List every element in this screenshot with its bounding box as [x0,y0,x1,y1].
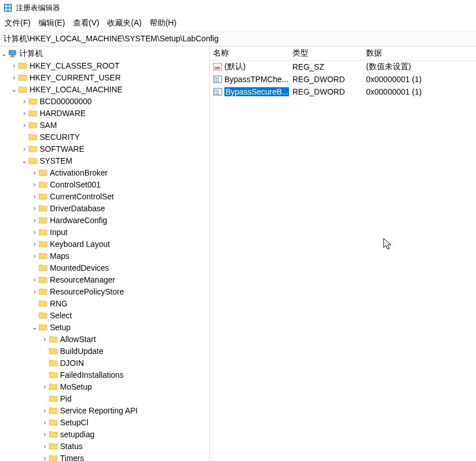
column-header-data[interactable]: 数据 [363,48,476,58]
expand-toggle[interactable]: ⌄ [0,50,8,58]
tree-node-activationbroker[interactable]: ›ActivationBroker [31,167,209,178]
tree-node-maps[interactable]: ›Maps [31,250,209,262]
expand-toggle[interactable]: › [41,335,49,343]
tree-node-controlset001[interactable]: ›ControlSet001 [31,178,209,190]
value-type: REG_DWORD [289,87,363,96]
expand-toggle[interactable]: › [31,288,39,296]
expand-toggle[interactable]: › [41,442,49,450]
expand-toggle[interactable]: › [20,121,28,129]
tree-label: MoSetup [60,382,92,391]
expand-toggle[interactable]: › [41,383,49,391]
expand-toggle[interactable]: › [31,169,39,177]
tree-node-sam[interactable]: ›SAM [20,119,209,131]
tree-node-select[interactable]: Select [31,309,209,321]
tree-label: MountedDevices [50,263,109,272]
tree-node-hklm[interactable]: ⌄HKEY_LOCAL_MACHINE [10,83,209,95]
value-row[interactable]: 011110BypassSecureB...REG_DWORD0x0000000… [210,86,476,98]
expand-toggle[interactable]: › [31,181,39,189]
expand-toggle[interactable]: › [31,228,39,236]
expand-toggle[interactable]: ⌄ [20,157,28,165]
tree-node-status[interactable]: ›Status [41,440,209,452]
content-area: ⌄计算机›HKEY_CLASSES_ROOT›HKEY_CURRENT_USER… [0,46,476,461]
svg-text:110: 110 [214,79,219,83]
tree-node-hkcu[interactable]: ›HKEY_CURRENT_USER [10,71,209,83]
tree-node-driverdatabase[interactable]: ›DriverDatabase [31,202,209,214]
expand-toggle[interactable]: ⌄ [10,86,18,93]
menu-view[interactable]: 查看(V) [73,18,100,28]
value-data: 0x00000001 (1) [363,75,476,84]
address-path: 计算机\HKEY_LOCAL_MACHINE\SYSTEM\Setup\LabC… [3,34,219,43]
tree-node-keyboardlayout[interactable]: ›Keyboard Layout [31,238,209,250]
tree-node-rng[interactable]: RNG [31,297,209,309]
value-row[interactable]: 011110BypassTPMChe...REG_DWORD0x00000001… [210,73,476,86]
folder-icon [39,168,48,177]
svg-text:110: 110 [214,92,219,95]
expand-toggle[interactable]: ⌄ [31,323,39,331]
expand-toggle[interactable]: › [41,430,49,438]
folder-icon [49,454,58,462]
tree-node-setupcl[interactable]: ›SetupCl [41,416,209,428]
expand-toggle[interactable]: › [31,252,39,260]
tree-node-allowstart[interactable]: ›AllowStart [41,333,209,345]
tree-node-pid[interactable]: Pid [41,392,209,404]
folder-icon [49,406,58,415]
expand-toggle[interactable]: › [31,240,39,248]
menu-favorites[interactable]: 收藏夹(A) [107,18,142,28]
tree-node-setup[interactable]: ⌄Setup [31,321,209,333]
address-bar[interactable]: 计算机\HKEY_LOCAL_MACHINE\SYSTEM\Setup\LabC… [0,32,476,46]
menu-help[interactable]: 帮助(H) [150,18,176,28]
tree-node-security[interactable]: SECURITY [20,131,209,143]
expand-toggle[interactable]: › [31,204,39,212]
tree-node-timers[interactable]: ›Timers [41,452,209,461]
tree-node-resourcepolicystore[interactable]: ›ResourcePolicyStore [31,285,209,297]
expand-toggle[interactable]: › [20,109,28,117]
expand-toggle[interactable]: › [10,74,18,82]
folder-icon [49,370,58,379]
expand-toggle[interactable]: › [10,62,18,70]
expand-toggle[interactable]: › [41,407,49,415]
tree-label: 计算机 [19,49,43,59]
tree-node-buildupdate[interactable]: BuildUpdate [41,345,209,357]
folder-icon [49,430,58,439]
column-header-type[interactable]: 类型 [289,48,363,58]
tree-node-djoin[interactable]: DJOIN [41,357,209,369]
folder-icon [28,133,37,142]
tree-node-software[interactable]: ›SOFTWARE [20,143,209,155]
expand-toggle[interactable]: › [41,454,49,462]
menu-file[interactable]: 文件(F) [5,18,31,28]
tree-node-bcd[interactable]: ›BCD00000000 [20,95,209,107]
tree-pane[interactable]: ⌄计算机›HKEY_CLASSES_ROOT›HKEY_CURRENT_USER… [0,46,210,461]
tree-label: HardwareConfig [50,216,107,225]
menu-edit[interactable]: 编辑(E) [39,18,65,28]
expand-toggle[interactable]: › [20,145,28,153]
expand-toggle[interactable]: › [31,216,39,224]
tree-node-computer[interactable]: ⌄计算机 [0,48,209,59]
expand-toggle[interactable]: › [20,97,28,105]
expand-toggle[interactable]: › [31,276,39,284]
tree-node-hardwareconfig[interactable]: ›HardwareConfig [31,214,209,226]
tree-node-mosetup[interactable]: ›MoSetup [41,381,209,392]
tree-node-mounteddevices[interactable]: MountedDevices [31,262,209,274]
value-list-pane[interactable]: 名称 类型 数据 ab(默认)REG_SZ(数值未设置)011110Bypass… [210,46,476,461]
tree-label: BCD00000000 [40,97,92,106]
folder-icon [39,263,48,272]
folder-icon [39,323,48,332]
value-row[interactable]: ab(默认)REG_SZ(数值未设置) [210,61,476,73]
svg-text:ab: ab [215,65,220,70]
tree-node-system[interactable]: ⌄SYSTEM [20,155,209,167]
tree-node-input[interactable]: ›Input [31,226,209,238]
tree-node-servicereporting[interactable]: ›Service Reporting API [41,404,209,416]
tree-label: HKEY_CURRENT_USER [29,73,121,82]
expand-toggle[interactable]: › [41,419,49,426]
tree-node-currentcontrolset[interactable]: ›CurrentControlSet [31,190,209,202]
tree-node-setupdiag[interactable]: ›setupdiag [41,428,209,440]
window-title: 注册表编辑器 [16,3,60,13]
tree-node-resourcemanager[interactable]: ›ResourceManager [31,274,209,285]
tree-node-failedinstallations[interactable]: FailedInstallations [41,369,209,381]
tree-node-hardware[interactable]: ›HARDWARE [20,107,209,119]
column-header-name[interactable]: 名称 [210,48,289,58]
tree-node-hkcr[interactable]: ›HKEY_CLASSES_ROOT [10,59,209,71]
tree-label: Setup [50,323,71,332]
expand-toggle[interactable]: › [31,193,39,200]
tree-label: Input [50,228,67,237]
